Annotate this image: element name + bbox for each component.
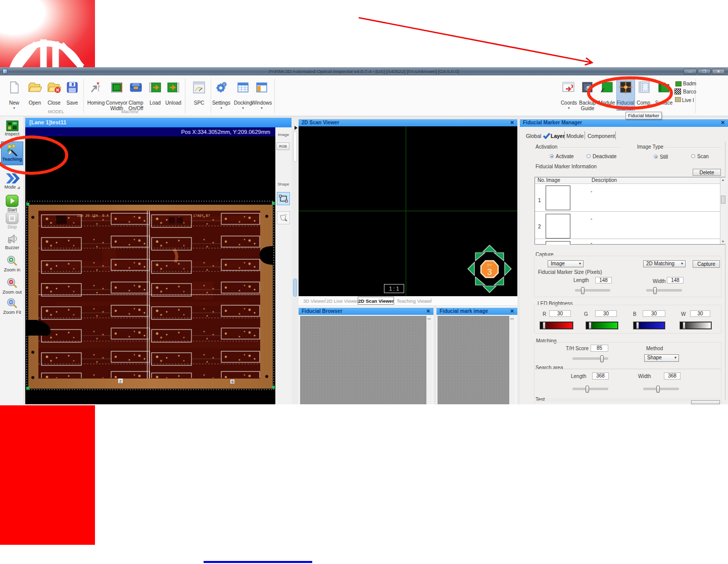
svg-text:1?A9Y B?: 1?A9Y B? [193,214,210,218]
svg-text:3: 3 [487,267,492,277]
svg-text:2: 2 [119,379,122,384]
svg-text:J10 20-16A--B-A: J10 20-16A--B-A [77,214,109,218]
svg-text:B: B [231,380,234,384]
svg-text:XY: XY [487,263,493,267]
